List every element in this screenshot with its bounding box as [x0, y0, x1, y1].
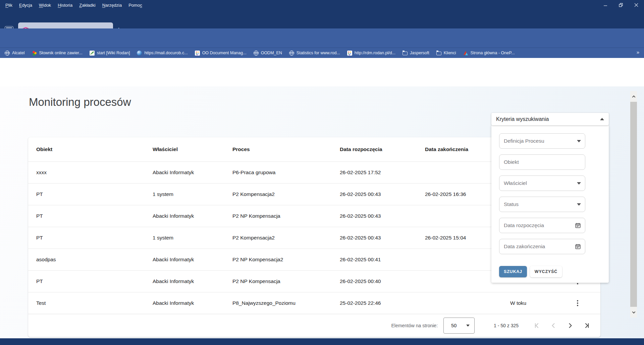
minimize-icon	[603, 3, 607, 7]
first-page-button[interactable]	[533, 322, 541, 330]
search-panel-header[interactable]: Kryteria wyszukiwania	[491, 113, 609, 125]
window-controls	[598, 0, 644, 10]
menu-item[interactable]: Historia	[55, 2, 75, 9]
bookmarks-bar: Alcatel Słownik online zawier... start […	[0, 48, 644, 58]
bookmark-item[interactable]: start [Wiki Rodan]	[90, 51, 130, 56]
navigation-toolbar: dm-dev.rodan.pl:51280/workflow-csr/brows…	[0, 28, 644, 48]
menu-item[interactable]: Edycja	[16, 2, 35, 9]
menu-item[interactable]: Zakładki	[76, 2, 98, 9]
pagination-controls	[533, 322, 591, 330]
bookmark-item[interactable]: Jaspersoft	[402, 51, 429, 55]
menu-item[interactable]: Plik	[3, 2, 15, 9]
page-scrollbar[interactable]	[630, 91, 637, 318]
close-button[interactable]	[629, 0, 644, 10]
bookmark-label: Alcatel	[12, 51, 25, 55]
grid-icon	[347, 51, 352, 56]
cell-wlasciciel: Abacki Informatyk	[153, 213, 232, 219]
cell-wlasciciel: Abacki Informatyk	[153, 257, 232, 263]
search-field[interactable]: Data zakończenia	[499, 239, 585, 254]
scroll-down-button[interactable]	[630, 307, 637, 318]
column-header[interactable]: Właściciel	[153, 146, 232, 152]
next-page-button[interactable]	[566, 322, 574, 330]
cell-data-rozpoczecia: 26-02-2025 00:43	[340, 235, 425, 241]
menu-item[interactable]: Narzędzia	[100, 2, 125, 9]
cell-obiekt: PT	[36, 278, 153, 284]
last-page-icon	[584, 322, 590, 329]
clear-button[interactable]: WYCZYŚĆ	[530, 266, 562, 277]
menu-bar: Plik Edycja Widok Historia Zakładki Narz…	[0, 0, 644, 10]
cell-data-rozpoczecia: 25-02-2025 22:46	[340, 300, 425, 306]
tab-bar: WorkflowCsr × +	[0, 10, 644, 28]
triangle-icon	[463, 51, 468, 56]
bookmark-label: http://rdm.rodan.pl/d...	[355, 51, 395, 55]
bookmark-item[interactable]: Strona główna - OneP...	[463, 51, 515, 56]
globe-icon	[289, 51, 294, 56]
previous-page-button[interactable]	[549, 322, 557, 330]
collapse-arrow-icon[interactable]	[600, 118, 604, 120]
cell-obiekt: PT	[36, 213, 153, 219]
field-placeholder: Definicja Procesu	[504, 138, 577, 144]
bookmark-item[interactable]: Statistics for www.rod...	[289, 51, 340, 56]
cell-proces: P2 NP Kompensacja	[232, 278, 340, 284]
menu-items: Plik Edycja Widok Historia Zakładki Narz…	[0, 2, 145, 9]
bookmark-label: Słownik online zawier...	[39, 51, 83, 55]
bookmark-item[interactable]: OO Document Manag...	[195, 51, 247, 56]
bookmark-label: OO Document Manag...	[202, 51, 247, 55]
menu-item[interactable]: Pomoc	[126, 2, 145, 9]
field-placeholder: Właściciel	[504, 180, 577, 186]
caret-down-icon	[577, 140, 581, 142]
caret-down-icon	[577, 203, 581, 206]
menu-item[interactable]: Widok	[36, 2, 54, 9]
pagination-bar: Elementów na stronie: 50 1 - 50 z 325	[28, 314, 600, 337]
search-field[interactable]: Status	[499, 197, 585, 212]
search-field[interactable]: Właściciel	[499, 176, 585, 191]
bookmark-item[interactable]: Słownik online zawier...	[32, 51, 83, 56]
cell-data-rozpoczecia: 26-02-2025 00:43	[340, 213, 425, 219]
search-field[interactable]: Data rozpoczęcia	[499, 218, 585, 233]
cell-wlasciciel: 1 system	[153, 235, 232, 241]
bookmark-item[interactable]: http://rdm.rodan.pl/d...	[347, 51, 395, 56]
scroll-up-button[interactable]	[630, 91, 637, 102]
bookmarks-overflow-icon[interactable]: »	[637, 49, 639, 55]
table-row[interactable]: Test Abacki Informatyk P8_Najwyzszego_Po…	[28, 292, 600, 314]
cell-obiekt: Test	[36, 300, 153, 306]
caret-down-icon	[466, 325, 470, 327]
folder-icon	[402, 52, 408, 55]
page-title: Monitoring procesów	[29, 96, 131, 109]
bookmark-label: Klienci	[444, 51, 456, 55]
search-field[interactable]: Obiekt	[499, 154, 585, 170]
restore-button[interactable]	[613, 0, 629, 10]
calendar-icon[interactable]	[575, 222, 581, 228]
browser-window: Plik Edycja Widok Historia Zakładki Narz…	[0, 0, 644, 345]
chevron-up-icon	[632, 95, 635, 98]
row-actions-button[interactable]	[576, 299, 592, 307]
globe-icon	[5, 51, 10, 56]
bookmark-item[interactable]: OODM_EN	[254, 51, 282, 56]
folder-icon	[436, 52, 441, 55]
cell-data-rozpoczecia: 26-02-2025 00:41	[340, 257, 425, 263]
search-button[interactable]: SZUKAJ	[499, 266, 527, 277]
bookmark-label: Strona główna - OneP...	[471, 51, 515, 55]
last-page-button[interactable]	[583, 322, 591, 330]
cell-status: W toku	[510, 300, 567, 306]
bookmark-item[interactable]: Alcatel	[5, 51, 25, 56]
scrollbar-thumb[interactable]	[630, 102, 637, 307]
bookmark-item[interactable]: Klienci	[436, 51, 456, 55]
chevron-left-icon	[550, 322, 557, 329]
bookmark-label: OODM_EN	[261, 51, 282, 55]
cell-proces: P6-Praca grupowa	[232, 169, 340, 176]
kebab-menu-icon	[576, 299, 580, 307]
column-header[interactable]: Proces	[232, 146, 340, 152]
restore-icon	[619, 3, 623, 7]
search-field[interactable]: Definicja Procesu	[499, 133, 585, 149]
minimize-button[interactable]	[598, 0, 613, 10]
column-header[interactable]: Obiekt	[36, 146, 153, 152]
bookmark-item[interactable]: https://mail.docurob.c...	[137, 51, 187, 56]
cell-proces: P2 Kompensacja2	[232, 191, 340, 197]
cell-obiekt: PT	[36, 235, 153, 241]
column-header[interactable]: Data rozpoczęcia	[340, 146, 425, 152]
cell-proces: P8_Najwyzszego_Poziomu	[232, 300, 340, 306]
search-panel-title: Kryteria wyszukiwania	[496, 116, 600, 122]
page-size-select[interactable]: 50	[443, 318, 475, 334]
calendar-icon[interactable]	[575, 244, 581, 250]
